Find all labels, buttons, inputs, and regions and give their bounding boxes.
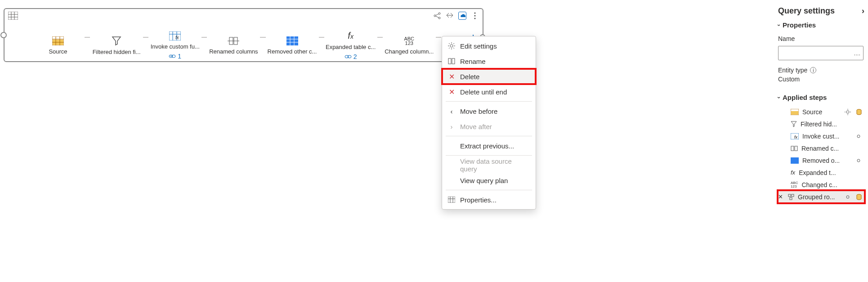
svg-line-8 [436,14,438,15]
properties-header[interactable]: ›Properties [778,21,864,29]
applied-step-source[interactable]: Source [778,106,864,118]
step-caption: Invoke custom fu... [151,43,200,50]
link-badge[interactable]: 2 [345,53,357,60]
share-icon[interactable] [433,12,441,20]
steps-flow: Source Filtered hidden fi... fx Invoke c… [30,31,478,60]
fx-icon: fx [791,169,795,176]
applied-step-renamed[interactable]: Renamed c... [778,142,864,154]
svg-rect-48 [448,58,451,64]
applied-step-grouped[interactable]: ✕ Grouped ro... [778,191,864,203]
ctx-edit-settings[interactable]: Edit settings [442,38,536,54]
chevron-right-icon[interactable]: › [862,6,864,16]
separator [446,101,532,102]
info-icon[interactable]: i [810,67,816,73]
svg-rect-55 [791,111,798,115]
svg-rect-67 [791,157,799,164]
step-caption: Renamed columns [209,48,258,55]
svg-rect-0 [8,12,18,20]
step-source[interactable]: Source [30,36,86,55]
step-context-menu: Edit settings Rename ✕Delete ✕Delete unt… [442,36,536,210]
table-blue-icon [791,157,799,164]
collapse-icon[interactable] [446,12,454,20]
name-label: Name [778,35,864,42]
ctx-delete-until-end[interactable]: ✕Delete until end [442,84,536,99]
step-removed[interactable]: Removed other c... [264,36,321,55]
entity-type-value: Custom [778,76,864,83]
step-changed[interactable]: ABC123 Changed column... [381,36,438,55]
rename-col-icon [447,58,456,64]
x-icon[interactable]: ✕ [778,193,784,200]
svg-point-7 [438,17,440,19]
svg-point-12 [474,18,475,19]
applied-step-expanded[interactable]: fxExpanded t... [778,166,864,179]
separator [446,155,532,156]
ctx-move-before[interactable]: ‹Move before [442,103,536,119]
svg-point-68 [857,159,860,162]
svg-point-56 [846,111,849,113]
ctx-view-source-query: View data source query [442,157,536,173]
fx-table-icon: fx [791,133,799,139]
svg-rect-49 [452,58,455,64]
applied-step-removed[interactable]: Removed o... [778,154,864,166]
svg-line-47 [449,48,450,49]
step-filtered[interactable]: Filtered hidden fi... [88,36,145,55]
step-renamed[interactable]: Renamed columns [205,36,262,55]
diagram-top-icons [433,12,479,20]
step-caption: Source [49,48,67,55]
gear-icon[interactable] [855,157,864,164]
applied-step-invoke[interactable]: fxInvoke cust... [778,130,864,142]
step-caption: Removed other c... [268,48,317,55]
svg-rect-65 [791,146,794,151]
gear-icon[interactable] [845,109,853,115]
database-icon [856,194,864,200]
svg-line-44 [449,43,450,44]
svg-line-46 [453,43,454,44]
step-caption: Changed column... [385,48,434,55]
applied-step-changed[interactable]: ABC123Changed c... [778,179,864,191]
ctx-properties[interactable]: Properties... [442,192,536,207]
chevron-left-icon: ‹ [447,107,456,115]
table-orange-icon [52,36,64,45]
cloud-icon[interactable] [458,12,466,20]
chevron-down-icon: › [776,24,782,26]
svg-rect-29 [286,36,298,45]
applied-step-filtered[interactable]: Filtered hid... [778,118,864,130]
ctx-rename[interactable]: Rename [442,54,536,69]
funnel-icon [791,121,797,127]
group-icon [788,194,794,200]
svg-text:fx: fx [794,135,798,139]
step-invoke[interactable]: fx Invoke custom fu... 1 [147,31,203,60]
rename-col-icon [791,146,798,151]
ctx-extract-previous[interactable]: Extract previous... [442,138,536,153]
svg-rect-19 [169,31,181,40]
query-table-icon[interactable] [8,12,18,20]
query-settings-pane: Query settings › ›Properties Name .... E… [773,0,868,282]
settings-title: Query settings › [778,6,864,16]
separator [446,190,532,190]
rename-col-icon [228,36,239,45]
svg-point-72 [846,196,849,198]
x-icon: ✕ [447,88,456,96]
svg-rect-70 [792,194,794,197]
link-badge[interactable]: 1 [169,53,181,60]
name-input[interactable]: .... [778,46,864,60]
ctx-delete[interactable]: ✕Delete [442,69,536,84]
fx-table-icon: fx [169,31,181,40]
diagram-handle-left[interactable] [0,32,7,38]
applied-steps-header[interactable]: ›Applied steps [778,94,864,101]
ctx-view-query-plan[interactable]: View query plan [442,173,536,188]
svg-line-9 [436,16,438,18]
step-expanded[interactable]: fx Expanded table c... 2 [322,31,379,60]
kebab-icon[interactable] [471,12,479,20]
abc123-icon: ABC123 [791,181,798,188]
gear-icon[interactable] [845,194,853,200]
svg-point-6 [438,13,440,14]
svg-rect-66 [795,146,797,151]
svg-point-35 [348,55,351,58]
database-icon [856,109,864,115]
svg-point-39 [450,45,453,47]
svg-point-25 [172,55,175,58]
separator [446,136,532,136]
abc123-icon: ABC123 [404,36,414,45]
gear-icon[interactable] [855,133,864,139]
